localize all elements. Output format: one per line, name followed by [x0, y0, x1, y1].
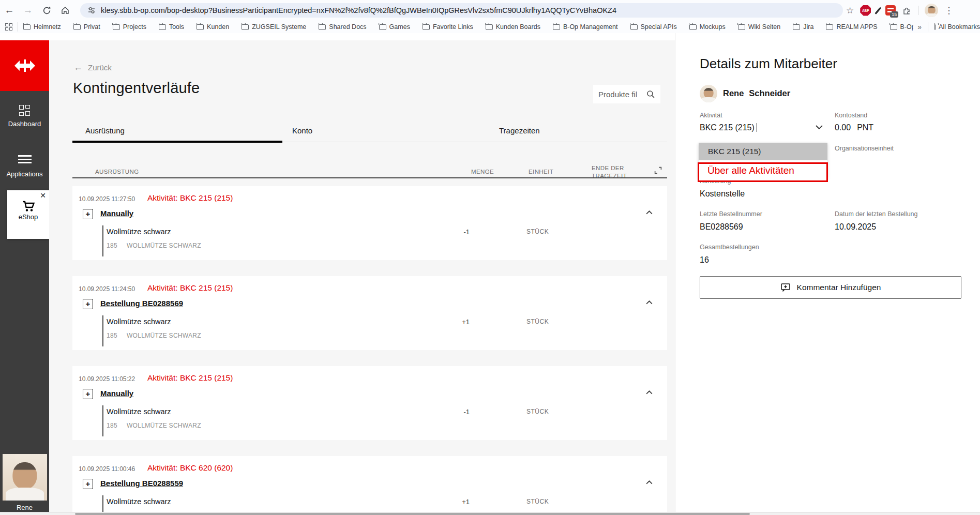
add-comment-button[interactable]: Kommentar Hinzufügen — [700, 276, 961, 299]
history-timestamp: 10.09.2025 11:24:50 — [79, 285, 135, 293]
all-bookmarks-button[interactable]: All Bookmarks — [934, 23, 980, 31]
folder-icon — [890, 24, 897, 30]
bookmark-item[interactable]: Jira — [793, 23, 813, 31]
bookmark-item[interactable]: Heimnetz — [23, 23, 61, 31]
folder-icon — [197, 24, 204, 30]
chevron-down-icon[interactable] — [815, 125, 823, 130]
user-photo[interactable] — [3, 454, 47, 501]
product-code-row: 185 WOLLMÜTZE SCHWARZ — [107, 422, 201, 429]
folder-icon — [73, 24, 81, 30]
back-link[interactable]: ← Zurück — [73, 62, 112, 73]
sidebar-item-dashboard[interactable]: Dashboard — [0, 103, 49, 128]
collapse-chevron-icon[interactable] — [645, 210, 653, 215]
history-activity-label: Aktivität: BKC 215 (215) — [147, 193, 233, 203]
folder-icon — [159, 24, 166, 30]
column-menge: MENGE — [471, 169, 494, 175]
url-text: klesy.sbb.b-op.com/bop-desktop?BusinessP… — [101, 6, 616, 14]
bookmark-item[interactable]: Kunden — [197, 23, 229, 31]
quantity-value: +1 — [428, 498, 470, 506]
bookmark-item[interactable]: Projects — [113, 23, 146, 31]
history-source-link[interactable]: Manually — [100, 209, 133, 218]
product-code-row: 185 WOLLMÜTZE SCHWARZ — [107, 332, 201, 339]
bookmarks-overflow-icon[interactable]: » — [917, 23, 922, 31]
bookmark-item[interactable]: Games — [379, 23, 410, 31]
extensions-puzzle-icon[interactable] — [902, 6, 912, 16]
history-list: 10.09.2025 11:27:50 Aktivität: BKC 215 (… — [72, 186, 667, 515]
pen-extension-icon[interactable] — [875, 6, 882, 14]
unit-value: STÜCK — [526, 318, 549, 325]
expand-plus-icon[interactable] — [83, 209, 93, 219]
header-divider — [72, 177, 667, 178]
bookmark-item[interactable]: Mockups — [689, 23, 726, 31]
product-code: 185 — [107, 332, 117, 339]
bookmark-item[interactable]: Special APIs — [630, 23, 677, 31]
quantity-value: -1 — [428, 228, 470, 236]
browser-toolbar: ← → klesy.sbb.b-op.com/bop-desktop?Busin… — [0, 0, 980, 21]
dropdown-option-bkc215[interactable]: BKC 215 (215) — [699, 143, 827, 160]
bookmark-item[interactable]: Favorite Links — [423, 23, 473, 31]
scrollbar-thumb[interactable] — [75, 513, 750, 515]
bookmark-item[interactable]: Privat — [73, 23, 100, 31]
column-einheit: EINHEIT — [529, 169, 553, 175]
toolbar-separator — [918, 6, 918, 15]
applications-icon — [18, 153, 32, 165]
bookmark-item[interactable]: Tools — [159, 23, 184, 31]
product-name: Wollmütze schwarz — [107, 228, 171, 236]
history-source-link[interactable]: Bestellung BE0288559 — [100, 479, 183, 488]
bookmark-item[interactable]: Kunden Boards — [486, 23, 540, 31]
product-code-name: WOLLMÜTZE SCHWARZ — [127, 332, 201, 339]
collapse-chevron-icon[interactable] — [645, 390, 653, 395]
app-page: Dashboard Applications ✕ eShop Rene ← Zu… — [0, 33, 980, 515]
search-placeholder: Produkte fil — [598, 90, 642, 99]
bookmark-item[interactable]: B-Op Admin — [890, 23, 914, 31]
product-name: Wollmütze schwarz — [107, 497, 171, 506]
collapse-chevron-icon[interactable] — [645, 300, 653, 305]
tab-konto[interactable]: Konto — [292, 126, 312, 135]
kontierung-value: Kostenstelle — [700, 189, 745, 199]
expand-plus-icon[interactable] — [83, 479, 93, 489]
apps-grid-icon[interactable] — [0, 23, 18, 31]
organisationseinheit-label: Organisationseinheit — [835, 145, 894, 152]
browser-menu-icon[interactable]: ⋮ — [944, 5, 953, 16]
browser-profile-avatar[interactable] — [925, 4, 938, 17]
collapse-chevron-icon[interactable] — [645, 480, 653, 485]
red-extension-icon[interactable]: 15 — [885, 5, 896, 16]
history-source-link[interactable]: Manually — [100, 389, 133, 398]
tab-tragezeiten[interactable]: Tragezeiten — [499, 126, 540, 135]
bookmark-item[interactable]: Shared Docs — [319, 23, 366, 31]
bookmark-item[interactable]: Wiki Seiten — [738, 23, 781, 31]
folder-icon — [738, 24, 745, 30]
history-source-link[interactable]: Bestellung BE0288569 — [100, 299, 183, 308]
home-icon[interactable] — [56, 6, 74, 15]
bookmark-item[interactable]: REALM APPS — [826, 23, 877, 31]
history-card: 10.09.2025 11:24:50 Aktivität: BKC 215 (… — [72, 276, 667, 350]
history-card: 10.09.2025 11:00:46 Aktivität: BKC 620 (… — [72, 456, 667, 515]
search-icon[interactable] — [646, 90, 655, 99]
bookmark-star-icon[interactable]: ☆ — [846, 5, 854, 16]
adblock-extension-icon[interactable]: ABP — [860, 5, 871, 16]
forward-icon[interactable]: → — [19, 5, 37, 16]
site-settings-icon[interactable] — [87, 6, 96, 14]
sort-icon[interactable] — [654, 166, 662, 174]
close-icon[interactable]: ✕ — [40, 191, 46, 200]
product-filter-search[interactable]: Produkte fil — [593, 85, 660, 103]
reload-icon[interactable] — [37, 6, 56, 15]
product-name: Wollmütze schwarz — [107, 317, 171, 326]
aktivitaet-combobox[interactable]: BKC 215 (215) — [700, 123, 757, 132]
tab-ausruestung[interactable]: Ausrüstung — [85, 126, 125, 135]
sidebar-item-applications[interactable]: Applications — [0, 153, 49, 178]
eshop-popover[interactable]: ✕ eShop — [7, 190, 49, 239]
letzte-bestellnummer-value: BE0288569 — [700, 222, 743, 232]
bookmark-item[interactable]: ZUGSEIL Systeme — [242, 23, 306, 31]
back-icon[interactable]: ← — [0, 5, 19, 16]
horizontal-scrollbar[interactable] — [0, 512, 980, 515]
url-bar[interactable]: klesy.sbb.b-op.com/bop-desktop?BusinessP… — [80, 3, 843, 18]
history-timestamp: 10.09.2025 11:00:46 — [79, 465, 135, 473]
bookmark-item[interactable]: B-Op Management — [553, 23, 618, 31]
expand-plus-icon[interactable] — [83, 389, 93, 399]
expand-plus-icon[interactable] — [83, 299, 93, 309]
product-name: Wollmütze schwarz — [107, 407, 171, 416]
sbb-logo[interactable] — [0, 40, 49, 91]
annotation-text: Über alle Aktivitäten — [707, 165, 794, 176]
datum-value: 10.09.2025 — [835, 222, 876, 232]
